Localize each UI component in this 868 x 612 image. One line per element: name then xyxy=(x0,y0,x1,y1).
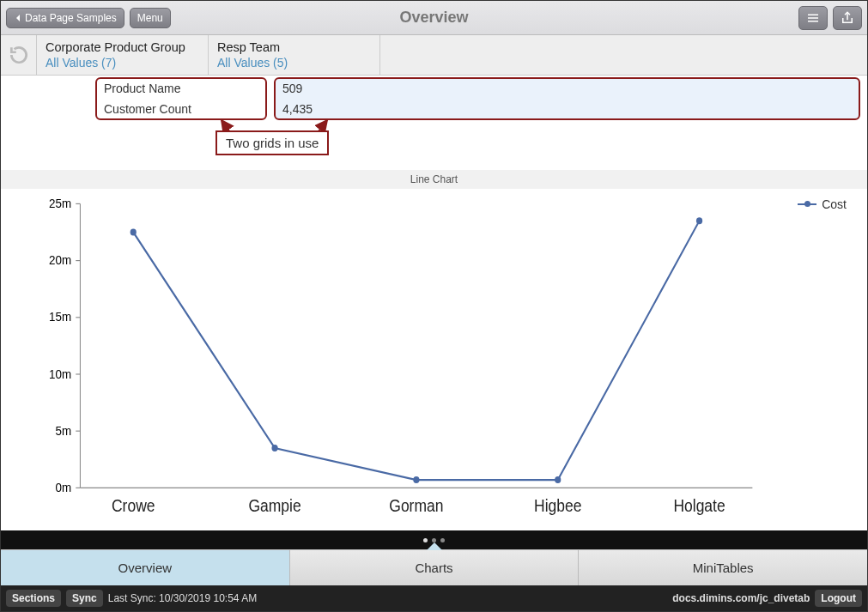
svg-text:Gorman: Gorman xyxy=(389,496,443,515)
annotation-callout: Two grids in use xyxy=(215,130,329,155)
hamburger-button[interactable] xyxy=(798,6,828,30)
share-icon xyxy=(840,10,855,26)
pager-dot[interactable] xyxy=(440,538,445,542)
svg-text:5m: 5m xyxy=(56,423,72,438)
grid-label: Product Name xyxy=(104,82,257,95)
sync-button[interactable]: Sync xyxy=(66,590,103,607)
back-button[interactable]: Data Page Samples xyxy=(6,8,124,28)
logout-button[interactable]: Logout xyxy=(815,590,862,607)
svg-text:Holgate: Holgate xyxy=(673,496,725,515)
svg-text:10m: 10m xyxy=(49,367,71,381)
filter-value[interactable]: All Values (7) xyxy=(46,56,197,70)
filter-resp-team[interactable]: Resp Team All Values (5) xyxy=(209,35,380,75)
chevron-left-icon xyxy=(14,14,22,22)
svg-text:Higbee: Higbee xyxy=(534,496,581,515)
last-sync-text: Last Sync: 10/30/2019 10:54 AM xyxy=(108,592,257,604)
header-bar: Data Page Samples Menu Overview xyxy=(1,1,867,35)
svg-point-23 xyxy=(696,217,702,224)
filter-corporate-product-group[interactable]: Corporate Product Group All Values (7) xyxy=(37,35,209,75)
refresh-icon xyxy=(8,44,30,66)
grid-value: 509 xyxy=(282,82,850,95)
tab-overview[interactable]: Overview xyxy=(1,550,290,585)
tab-label: MiniTables xyxy=(693,560,754,575)
pager-dot[interactable] xyxy=(432,538,436,542)
svg-text:Crowe: Crowe xyxy=(112,496,155,515)
filter-value[interactable]: All Values (5) xyxy=(217,56,369,70)
line-chart: Cost 0m5m10m15m20m25mCroweGampieGormanHi… xyxy=(1,189,867,530)
footer-bar: Sections Sync Last Sync: 10/30/2019 10:5… xyxy=(1,585,867,611)
grid-values[interactable]: 509 4,435 xyxy=(274,77,860,120)
chart-legend: Cost xyxy=(798,197,847,211)
tab-minitables[interactable]: MiniTables xyxy=(579,550,867,585)
legend-label: Cost xyxy=(822,197,847,211)
legend-marker-icon xyxy=(798,200,816,209)
svg-text:Gampie: Gampie xyxy=(248,496,300,515)
back-button-label: Data Page Samples xyxy=(25,12,117,24)
grid-label: Customer Count xyxy=(104,102,257,116)
svg-point-20 xyxy=(271,445,277,451)
tab-label: Charts xyxy=(415,560,452,575)
chart-title: Line Chart xyxy=(1,170,867,189)
filter-name: Corporate Product Group xyxy=(46,40,197,54)
hamburger-icon xyxy=(805,10,821,26)
sections-button[interactable]: Sections xyxy=(6,590,61,607)
grid-value: 4,435 xyxy=(282,102,850,116)
tab-charts[interactable]: Charts xyxy=(290,550,580,585)
svg-text:15m: 15m xyxy=(49,310,71,324)
svg-text:20m: 20m xyxy=(49,253,71,268)
menu-button-label: Menu xyxy=(137,12,163,24)
svg-point-19 xyxy=(131,229,137,236)
svg-text:0m: 0m xyxy=(56,480,72,494)
svg-point-21 xyxy=(413,476,419,483)
grid-labels: Product Name Customer Count xyxy=(95,77,267,120)
grids-row: Product Name Customer Count 509 4,435 Tw… xyxy=(1,76,867,170)
svg-text:25m: 25m xyxy=(49,196,71,210)
refresh-button[interactable] xyxy=(1,35,37,75)
pager-dot[interactable] xyxy=(423,538,428,542)
filter-name: Resp Team xyxy=(217,40,369,54)
filter-strip: Corporate Product Group All Values (7) R… xyxy=(1,35,867,76)
tab-bar: Overview Charts MiniTables xyxy=(1,549,867,585)
menu-button[interactable]: Menu xyxy=(130,8,171,28)
footer-domain: docs.dimins.com/jc_divetab xyxy=(672,592,810,604)
svg-point-22 xyxy=(555,476,561,483)
tab-label: Overview xyxy=(118,560,173,575)
share-button[interactable] xyxy=(833,6,862,30)
